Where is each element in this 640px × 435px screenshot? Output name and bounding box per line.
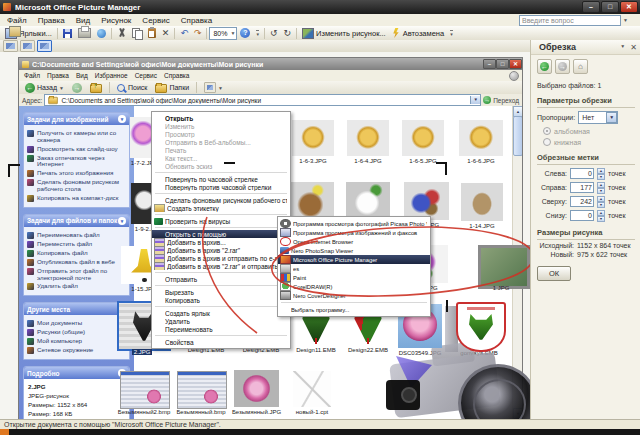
crop-field-input[interactable]: 0 bbox=[570, 168, 594, 179]
explorer-menu-Сервис[interactable]: Сервис bbox=[135, 72, 157, 79]
sidebar-panel-header[interactable]: Другие места▾ bbox=[24, 303, 129, 315]
thumbnail-Безымянный2.bmp[interactable] bbox=[120, 371, 170, 409]
back-button[interactable]: ← Назад ▼ bbox=[22, 81, 67, 95]
thumbnail-1-6-4.JPG[interactable] bbox=[347, 120, 389, 156]
open-with-item[interactable]: Opera Internet Browser bbox=[278, 237, 430, 246]
task-link[interactable]: Рисунки (общие) bbox=[27, 329, 127, 336]
delete-button[interactable]: ✕ bbox=[159, 26, 173, 40]
portrait-radio[interactable] bbox=[543, 138, 551, 146]
crop-mark-top-right[interactable] bbox=[445, 162, 447, 175]
thumbnail-Безымянный.bmp[interactable] bbox=[177, 371, 227, 409]
thumbnail-Безымянный.JPG[interactable] bbox=[234, 370, 279, 407]
thumbnail-dove[interactable] bbox=[346, 182, 390, 220]
toolbar-overflow-button[interactable]: ▾ bbox=[253, 26, 262, 40]
folders-button[interactable]: Папки bbox=[152, 81, 192, 95]
context-menu-item[interactable]: Повернуть против часовой стрелки bbox=[152, 183, 290, 191]
open-with-item[interactable]: Microsoft Office Picture Manager bbox=[278, 255, 430, 264]
app-menu-Справка[interactable]: Справка bbox=[181, 16, 212, 25]
context-menu-item[interactable]: Обновить эскиз bbox=[152, 162, 290, 170]
task-link[interactable]: Переместить файл bbox=[27, 241, 127, 248]
thumbnail-1-6-6.JPG[interactable] bbox=[459, 120, 503, 156]
open-with-item[interactable]: Выбрать программу... bbox=[278, 305, 430, 314]
undo-button[interactable]: ↶ bbox=[177, 26, 191, 40]
proportions-select[interactable]: Нет▼ bbox=[578, 111, 618, 124]
context-menu-item[interactable]: Вырезать bbox=[152, 288, 290, 296]
app-menu-Правка[interactable]: Правка bbox=[38, 16, 65, 25]
thumbnail-новый-1.cpt[interactable] bbox=[293, 371, 331, 407]
thumbnail-squirrel[interactable] bbox=[291, 182, 334, 220]
task-link[interactable]: Получить от камеры или со сканера bbox=[27, 130, 127, 144]
context-menu-item[interactable]: Открыть bbox=[152, 114, 290, 122]
pane-forward-button[interactable]: → bbox=[555, 59, 570, 74]
thumbnail-1-6-3.JPG[interactable] bbox=[292, 120, 334, 156]
thumbnail-gonyaya.EMB[interactable] bbox=[456, 302, 506, 352]
context-menu-item[interactable]: Отправить▸ bbox=[152, 275, 290, 283]
filmstrip-view-button[interactable] bbox=[20, 40, 35, 52]
sidebar-panel-header[interactable]: Задачи для изображений▾ bbox=[24, 113, 129, 125]
address-dropdown-button[interactable]: ▼ bbox=[470, 96, 480, 104]
sidebar-panel-header[interactable]: Подробно▾ bbox=[24, 367, 129, 379]
explorer-maximize-button[interactable]: □ bbox=[496, 59, 509, 69]
task-link[interactable]: Мои документы bbox=[27, 320, 127, 327]
app-menu-Файл[interactable]: Файл bbox=[7, 16, 27, 25]
context-menu-item[interactable]: Как текст... bbox=[152, 154, 290, 162]
paste-button[interactable] bbox=[145, 26, 159, 40]
spinner-buttons[interactable]: ▲▼ bbox=[597, 182, 605, 193]
explorer-menu-Справка[interactable]: Справка bbox=[164, 72, 190, 79]
context-menu-item[interactable]: Добавить в архив... bbox=[152, 238, 290, 246]
context-menu-item[interactable]: Добавить в архив и отправить по e-mail..… bbox=[152, 254, 290, 262]
task-link[interactable]: Заказ отпечатков через Интернет bbox=[27, 155, 127, 169]
mail-button[interactable] bbox=[94, 26, 109, 40]
context-menu-item[interactable]: Добавить в архив "2.rar" bbox=[152, 246, 290, 254]
app-menu-Вид[interactable]: Вид bbox=[76, 16, 90, 25]
crop-field-input[interactable]: 242 bbox=[570, 196, 594, 207]
spinner-buttons[interactable]: ▲▼ bbox=[597, 210, 605, 221]
crop-mark-top-center[interactable] bbox=[224, 162, 235, 164]
save-button[interactable] bbox=[60, 26, 75, 40]
pane-close-icon[interactable]: ✕ bbox=[630, 43, 637, 52]
close-button[interactable]: ✕ bbox=[620, 1, 638, 13]
thumbnail-1-14.JPG[interactable] bbox=[461, 183, 503, 221]
thumbnail-1.JPG[interactable] bbox=[478, 245, 530, 289]
crop-mark-top-left[interactable] bbox=[8, 164, 10, 177]
open-with-item[interactable]: Программа просмотра изображений и факсов bbox=[278, 228, 430, 237]
zoom-select[interactable]: 80%▼ bbox=[209, 27, 237, 40]
context-menu-item[interactable]: Просмотр bbox=[152, 130, 290, 138]
open-with-item[interactable]: Nero CoverDesigner bbox=[278, 291, 430, 300]
context-menu-item[interactable]: Удалить bbox=[152, 317, 290, 325]
spinner-buttons[interactable]: ▲▼ bbox=[597, 168, 605, 179]
thumbnail-1-6-5.JPG[interactable] bbox=[402, 120, 444, 156]
single-picture-view-button[interactable] bbox=[37, 40, 52, 52]
task-link[interactable]: Копировать файл bbox=[27, 250, 127, 257]
pane-dropdown-icon[interactable]: ▼ bbox=[620, 43, 625, 52]
context-menu-item[interactable]: Изменить bbox=[152, 122, 290, 130]
open-with-item[interactable]: Paint bbox=[278, 273, 430, 282]
address-input[interactable]: C:\Documents and Settings\мой офис\Мои д… bbox=[44, 94, 481, 106]
pane-back-button[interactable]: ← bbox=[537, 59, 552, 74]
task-link[interactable]: Переименовать файл bbox=[27, 232, 127, 239]
task-link[interactable]: Просмотреть как слайд-шоу bbox=[27, 146, 127, 153]
rotate-right-button[interactable]: ↻ bbox=[281, 26, 295, 40]
context-menu-item[interactable]: Создать ярлык bbox=[152, 309, 290, 317]
edit-picture-button[interactable]: Изменить рисунок... bbox=[299, 26, 389, 40]
open-with-item[interactable]: es bbox=[278, 264, 430, 273]
explorer-menu-Избранное[interactable]: Избранное bbox=[95, 72, 128, 79]
thumbnail-1-13.JPG[interactable] bbox=[404, 182, 449, 220]
print-button[interactable] bbox=[75, 26, 94, 40]
shortcuts-button[interactable]: Ярлыки... bbox=[2, 26, 55, 40]
task-link[interactable]: Отправить этот файл по электронной почте bbox=[27, 268, 127, 282]
task-link[interactable]: Сетевое окружение bbox=[27, 347, 127, 354]
toolbar-overflow-button-2[interactable]: ▾ bbox=[447, 26, 456, 40]
task-link[interactable]: Мой компьютер bbox=[27, 338, 127, 345]
task-link[interactable]: Сделать фоновым рисунком рабочего стола bbox=[27, 179, 127, 193]
explorer-close-button[interactable]: ✕ bbox=[509, 59, 522, 69]
landscape-radio[interactable] bbox=[543, 127, 551, 135]
task-link[interactable]: Копировать на компакт-диск bbox=[27, 195, 127, 202]
help-button[interactable]: ? bbox=[237, 26, 253, 40]
context-menu-item[interactable]: Сделать фоновым рисунком рабочего стола bbox=[152, 196, 290, 204]
app-menu-Сервис[interactable]: Сервис bbox=[142, 16, 169, 25]
context-menu-item[interactable]: Свойства bbox=[152, 338, 290, 346]
crop-field-input[interactable]: 177 bbox=[570, 182, 594, 193]
context-menu-item[interactable]: Проверить на вирусы bbox=[152, 217, 290, 225]
context-menu-item[interactable]: Создать этикетку bbox=[152, 204, 290, 212]
